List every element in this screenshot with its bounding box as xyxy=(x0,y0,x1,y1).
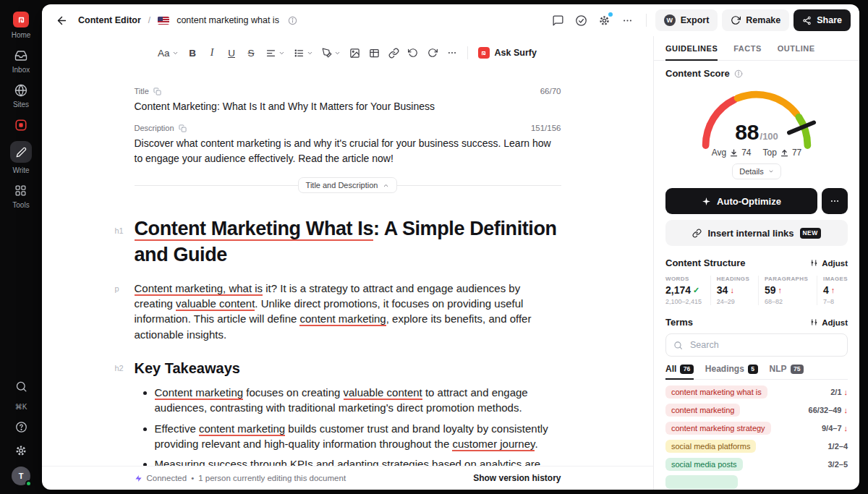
chevron-down-icon xyxy=(172,50,179,56)
divider xyxy=(467,46,468,59)
term-pill[interactable]: content marketing xyxy=(665,404,740,417)
optimize-more-button[interactable] xyxy=(822,188,848,214)
structure-adjust-button[interactable]: Adjust xyxy=(810,259,848,268)
auto-optimize-button[interactable]: Auto-Optimize xyxy=(665,188,817,214)
export-button[interactable]: W Export xyxy=(655,9,718,31)
share-button[interactable]: Share xyxy=(793,9,851,31)
term-pill[interactable]: content marketing strategy xyxy=(665,422,771,435)
breadcrumb-app[interactable]: Content Editor xyxy=(78,15,141,25)
search-icon[interactable] xyxy=(14,380,28,393)
user-avatar[interactable]: T xyxy=(12,467,30,485)
settings-gear-icon[interactable] xyxy=(14,443,28,457)
italic-button[interactable]: I xyxy=(203,43,221,62)
term-tab-headings[interactable]: Headings 5 xyxy=(705,364,758,379)
insert-internal-links-button[interactable]: Insert internal links NEW xyxy=(665,220,848,246)
avg-label: Avg xyxy=(712,148,726,158)
insert-table-button[interactable] xyxy=(365,43,383,62)
editor-block-p[interactable]: pContent marketing, what is it? It is a … xyxy=(135,281,561,342)
settings-icon[interactable] xyxy=(595,11,614,30)
refresh-icon xyxy=(731,15,741,25)
term-row[interactable]: content marketing what is2/1↓ xyxy=(665,383,848,401)
more-icon xyxy=(830,196,840,206)
tab-guidelines[interactable]: GUIDELINES xyxy=(665,36,718,60)
term-tab-all[interactable]: All 76 xyxy=(665,364,694,379)
term-row[interactable]: content marketing66/32–49↓ xyxy=(665,401,848,419)
text-segment: Measuring success through KPIs and adapt… xyxy=(155,458,541,466)
undo-button[interactable] xyxy=(404,43,422,62)
meta-description-text[interactable]: Discover what content marketing is and w… xyxy=(135,136,561,166)
adjust-label: Adjust xyxy=(822,318,848,327)
command-k-shortcut[interactable]: ⌘K xyxy=(15,403,27,411)
bullet-item: Effective content marketing builds custo… xyxy=(155,421,561,452)
ask-surfy-label: Ask Surfy xyxy=(495,48,537,58)
content-row: Aa B I U S xyxy=(42,36,859,490)
ask-surfy-button[interactable]: Ask Surfy xyxy=(474,47,541,59)
term-pill[interactable]: social media platforms xyxy=(665,440,756,453)
editor-block-h2[interactable]: h2Key Takeaways xyxy=(135,360,561,377)
sidebar-item-home[interactable]: Home xyxy=(12,12,31,39)
remake-button[interactable]: Remake xyxy=(722,9,789,31)
details-button[interactable]: Details xyxy=(732,163,781,179)
strikethrough-button[interactable]: S xyxy=(242,43,260,62)
help-icon[interactable] xyxy=(14,420,28,434)
meta-title-text[interactable]: Content Marketing: What Is It and Why It… xyxy=(135,99,561,114)
term-tab-label: All xyxy=(665,364,676,374)
more-icon[interactable] xyxy=(618,11,637,30)
underline-button[interactable]: U xyxy=(223,43,241,62)
term-usage-value: 2/1↓ xyxy=(830,388,848,396)
term-pill[interactable]: content marketing what is xyxy=(665,386,767,399)
term-tab-nlp[interactable]: NLP 75 xyxy=(770,364,804,379)
highlighter-dropdown[interactable] xyxy=(318,43,344,62)
title-meta-row: Title 66/70 xyxy=(135,87,561,95)
redo-button[interactable] xyxy=(424,43,442,62)
surfy-logo-icon xyxy=(478,47,490,59)
connection-bolt-icon xyxy=(135,474,142,482)
term-row[interactable]: content marketing strategy9/4–7↓ xyxy=(665,419,848,437)
breadcrumb-separator: / xyxy=(148,15,150,25)
document-title[interactable]: content marketing what is xyxy=(176,15,279,25)
sidebar-item-write[interactable]: Write xyxy=(10,141,32,174)
insert-image-button[interactable] xyxy=(346,43,364,62)
info-icon[interactable] xyxy=(734,69,743,78)
align-dropdown[interactable] xyxy=(262,43,289,62)
sidebar-item-red-app[interactable] xyxy=(14,118,28,132)
copy-icon[interactable] xyxy=(179,124,187,132)
term-pill[interactable]: social media posts xyxy=(665,458,743,471)
toolbar-more-button[interactable] xyxy=(443,43,461,62)
bold-button[interactable]: B xyxy=(184,43,202,62)
sidebar-item-inbox[interactable]: Inbox xyxy=(12,48,30,74)
checks-icon[interactable] xyxy=(572,11,591,30)
online-status-dot xyxy=(25,480,32,487)
term-row[interactable] xyxy=(665,473,848,490)
terms-adjust-button[interactable]: Adjust xyxy=(810,318,848,327)
copy-icon[interactable] xyxy=(153,88,161,95)
terms-search-input[interactable] xyxy=(689,339,840,351)
editor-block-ul[interactable]: Content marketing focuses on creating va… xyxy=(135,385,561,466)
info-icon[interactable] xyxy=(286,11,299,30)
collapse-title-description-button[interactable]: Title and Description xyxy=(298,177,398,193)
stat-value: 2,174✓ xyxy=(665,284,702,296)
tab-outline[interactable]: OUTLINE xyxy=(778,36,815,60)
editor-scroll-area[interactable]: Title 66/70 Content Marketing: What Is I… xyxy=(42,69,653,466)
pen-icon xyxy=(322,48,332,58)
notification-dot xyxy=(608,12,613,17)
content-score-header: Content Score xyxy=(665,68,848,79)
image-icon xyxy=(349,48,360,59)
show-version-history-link[interactable]: Show version history xyxy=(473,473,561,483)
list-dropdown[interactable] xyxy=(290,43,317,62)
sidebar-item-tools[interactable]: Tools xyxy=(12,184,29,209)
sidebar-item-sites[interactable]: Sites xyxy=(13,83,29,108)
grid-icon xyxy=(14,184,27,197)
comments-icon[interactable] xyxy=(549,11,568,30)
sliders-icon xyxy=(810,259,818,267)
editor-block-h1[interactable]: h1Content Marketing What Is: A Simple De… xyxy=(135,216,561,268)
tab-facts[interactable]: FACTS xyxy=(733,36,762,60)
back-button[interactable] xyxy=(52,11,71,30)
term-row[interactable]: social media platforms1/2–4 xyxy=(665,437,848,455)
insert-link-button[interactable] xyxy=(385,43,403,62)
term-pill[interactable] xyxy=(665,475,738,489)
font-style-dropdown[interactable]: Aa xyxy=(154,43,182,62)
stat-value: 59↑ xyxy=(765,284,808,296)
bullet-item: Measuring success through KPIs and adapt… xyxy=(155,456,561,466)
term-row[interactable]: social media posts3/2–5 xyxy=(665,455,848,473)
